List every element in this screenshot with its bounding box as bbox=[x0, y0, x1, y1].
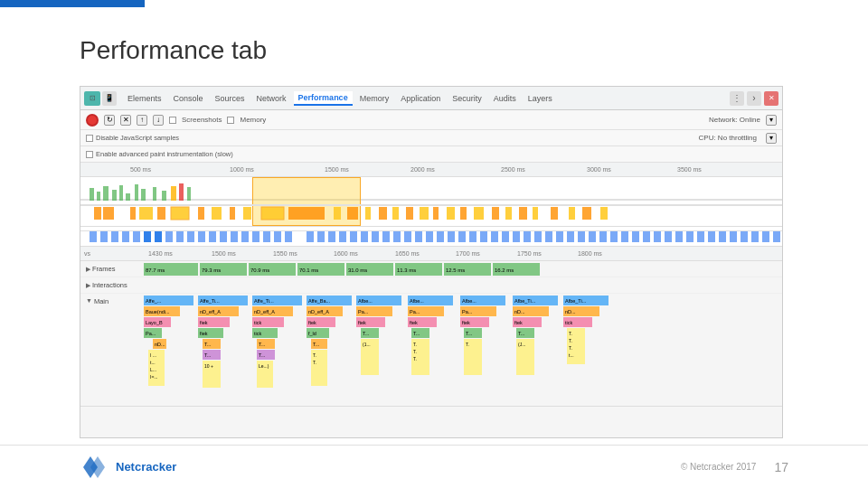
expand-icon[interactable]: › bbox=[747, 91, 761, 106]
tab-layers[interactable]: Layers bbox=[524, 92, 557, 105]
svg-rect-81 bbox=[469, 231, 476, 242]
tab-audits[interactable]: Audits bbox=[489, 92, 521, 105]
svg-rect-50 bbox=[122, 231, 129, 242]
download-icon[interactable]: ↓ bbox=[153, 115, 164, 126]
svg-rect-80 bbox=[458, 231, 466, 242]
frames-label: ▶ Frames bbox=[80, 265, 144, 273]
toolbar-icons: ⊡ 📱 bbox=[84, 91, 117, 106]
svg-rect-45 bbox=[600, 207, 608, 220]
svg-rect-96 bbox=[632, 231, 639, 242]
cpu-label: CPU: No throttling bbox=[699, 134, 757, 142]
svg-rect-9 bbox=[153, 187, 156, 201]
svg-text:t...: t... bbox=[569, 352, 574, 358]
svg-rect-43 bbox=[569, 207, 575, 220]
svg-rect-97 bbox=[643, 231, 650, 242]
copyright-text: © Netcracker 2017 bbox=[681, 462, 757, 472]
network-label: Network: Online bbox=[709, 116, 760, 124]
tab-security[interactable]: Security bbox=[448, 92, 486, 105]
svg-rect-53 bbox=[155, 231, 162, 242]
tab-sources[interactable]: Sources bbox=[211, 92, 250, 105]
svg-text:Pa...: Pa... bbox=[462, 309, 473, 314]
tab-console[interactable]: Console bbox=[169, 92, 208, 105]
svg-text:T...: T... bbox=[466, 331, 473, 336]
svg-rect-68 bbox=[328, 231, 335, 242]
svg-rect-89 bbox=[556, 231, 563, 242]
svg-rect-71 bbox=[361, 231, 368, 242]
svg-rect-90 bbox=[567, 231, 574, 242]
svg-text:Affe_Ti...: Affe_Ti... bbox=[254, 298, 274, 304]
svg-rect-77 bbox=[426, 231, 433, 242]
svg-rect-12 bbox=[179, 183, 184, 201]
svg-rect-103 bbox=[708, 231, 715, 242]
tab-elements[interactable]: Elements bbox=[123, 92, 166, 105]
svg-text:12.5 ms: 12.5 ms bbox=[446, 267, 465, 273]
svg-text:nD...: nD... bbox=[514, 309, 525, 314]
more-icon[interactable]: ⋮ bbox=[730, 91, 744, 106]
detail-tick-5: 1650 ms bbox=[395, 250, 420, 257]
disable-js-checkbox[interactable] bbox=[86, 135, 93, 142]
svg-text:(J...: (J... bbox=[518, 342, 525, 347]
options-row: Disable JavaScript samples CPU: No throt… bbox=[80, 130, 782, 146]
frames-label-text: Frames bbox=[92, 265, 115, 273]
tab-performance[interactable]: Performance bbox=[294, 91, 353, 106]
reload-icon[interactable]: ↻ bbox=[104, 115, 115, 126]
svg-rect-75 bbox=[404, 231, 411, 242]
frames-overview bbox=[80, 227, 782, 247]
memory-checkbox[interactable] bbox=[227, 117, 234, 124]
svg-text:Affe_Ba...: Affe_Ba... bbox=[308, 298, 331, 304]
svg-text:(1...: (1... bbox=[363, 342, 371, 347]
svg-text:nD_eff_A: nD_eff_A bbox=[254, 309, 275, 314]
svg-rect-72 bbox=[372, 231, 379, 242]
svg-text:T.: T. bbox=[466, 342, 469, 347]
advanced-paint-option: Enable advanced paint instrumentation (s… bbox=[86, 150, 233, 158]
svg-rect-74 bbox=[393, 231, 401, 242]
device-icon[interactable]: 📱 bbox=[102, 91, 117, 106]
close-devtools-icon[interactable]: ✕ bbox=[764, 91, 778, 106]
overview-area[interactable] bbox=[80, 177, 782, 227]
tab-application[interactable]: Application bbox=[396, 92, 445, 105]
tab-network[interactable]: Network bbox=[252, 92, 291, 105]
svg-rect-106 bbox=[741, 231, 748, 242]
svg-rect-102 bbox=[697, 231, 704, 242]
svg-text:T.: T. bbox=[313, 352, 316, 358]
network-dropdown-icon[interactable]: ▾ bbox=[766, 115, 777, 126]
tab-memory[interactable]: Memory bbox=[355, 92, 394, 105]
svg-text:T.: T. bbox=[413, 342, 417, 347]
svg-text:nD_eff_A: nD_eff_A bbox=[308, 309, 329, 314]
svg-text:87.7 ms: 87.7 ms bbox=[146, 267, 165, 273]
advanced-paint-checkbox[interactable] bbox=[86, 151, 93, 158]
clear-icon[interactable]: ✕ bbox=[120, 115, 131, 126]
svg-text:T...: T... bbox=[313, 342, 320, 347]
interactions-arrow: ▶ bbox=[86, 282, 90, 289]
svg-text:Le...): Le...) bbox=[259, 363, 269, 369]
tick-2000: 2000 ms bbox=[410, 166, 435, 173]
svg-rect-60 bbox=[231, 231, 238, 242]
svg-text:T...: T... bbox=[204, 342, 212, 347]
svg-rect-23 bbox=[230, 207, 235, 220]
inspect-icon[interactable]: ⊡ bbox=[84, 91, 100, 106]
svg-text:T.: T. bbox=[413, 356, 417, 361]
svg-text:I ...: I ... bbox=[150, 352, 156, 358]
screenshots-checkbox[interactable] bbox=[169, 117, 176, 124]
svg-rect-85 bbox=[513, 231, 520, 242]
interactions-track-row: ▶ Interactions bbox=[80, 277, 782, 294]
svg-rect-66 bbox=[307, 231, 314, 242]
svg-rect-2 bbox=[97, 192, 100, 201]
svg-rect-49 bbox=[111, 231, 118, 242]
record-button[interactable] bbox=[86, 114, 99, 127]
svg-rect-62 bbox=[252, 231, 259, 242]
svg-rect-13 bbox=[187, 187, 191, 201]
svg-rect-6 bbox=[126, 193, 130, 201]
tick-2500: 2500 ms bbox=[501, 166, 525, 173]
svg-text:I=...: I=... bbox=[150, 374, 157, 380]
upload-icon[interactable]: ↑ bbox=[137, 115, 147, 126]
svg-text:ftek: ftek bbox=[308, 320, 316, 325]
accent-bar bbox=[0, 0, 145, 7]
tick-3000: 3000 ms bbox=[587, 166, 611, 173]
tick-3500: 3500 ms bbox=[677, 166, 702, 173]
svg-rect-64 bbox=[274, 231, 281, 242]
svg-text:Layo_B: Layo_B bbox=[146, 320, 163, 325]
cpu-dropdown-icon[interactable]: ▾ bbox=[766, 133, 777, 144]
svg-text:T.: T. bbox=[313, 360, 316, 365]
svg-text:T...: T... bbox=[363, 331, 370, 336]
